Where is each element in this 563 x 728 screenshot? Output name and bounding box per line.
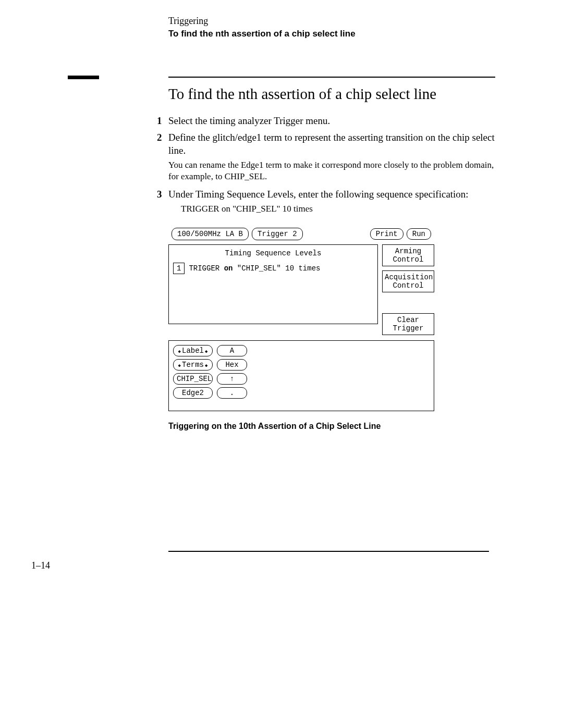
level-text: TRIGGER on "CHIP_SEL" 10 times <box>189 264 320 273</box>
label-selector[interactable]: Label <box>173 345 213 356</box>
terms-panel: Label A Terms Hex CHIP_SEL ↑ Edge2 . <box>168 340 434 411</box>
edge2-label[interactable]: Edge2 <box>173 387 213 399</box>
side-button-stack: Arming Control Acquisition Control Clear… <box>382 244 434 336</box>
label-row[interactable]: Label A <box>173 345 430 356</box>
menu-selector[interactable]: Trigger 2 <box>252 228 303 240</box>
steps-list: 1 Select the timing analyzer Trigger men… <box>168 114 495 215</box>
chip-sel-value[interactable]: ↑ <box>217 373 247 385</box>
sequence-levels-panel: Timing Sequence Levels 1 TRIGGER on "CHI… <box>168 244 378 324</box>
header-subtitle: To find the nth assertion of a chip sele… <box>168 29 495 39</box>
terms-value[interactable]: Hex <box>217 359 247 371</box>
analyzer-figure: 100/500MHz LA B Trigger 2 Print Run Timi… <box>168 228 434 412</box>
label-value[interactable]: A <box>217 345 247 356</box>
section-title: To find the nth assertion of a chip sele… <box>168 85 495 103</box>
sequence-level-row[interactable]: 1 TRIGGER on "CHIP_SEL" 10 times <box>173 263 373 274</box>
edge2-value[interactable]: . <box>217 387 247 399</box>
acquisition-control-button[interactable]: Acquisition Control <box>382 270 434 292</box>
run-button[interactable]: Run <box>407 228 431 240</box>
sequence-panel-title: Timing Sequence Levels <box>173 249 373 257</box>
level-number[interactable]: 1 <box>173 263 185 274</box>
arming-control-button[interactable]: Arming Control <box>382 244 434 266</box>
figure-caption: Triggering on the 10th Assertion of a Ch… <box>168 422 495 431</box>
section-rule <box>68 76 495 79</box>
step-3: 3 Under Timing Sequence Levels, enter th… <box>168 188 495 215</box>
step-body: Define the glitch/edge1 term to represen… <box>168 131 495 157</box>
step-number: 2 <box>157 131 162 144</box>
chip-sel-label[interactable]: CHIP_SEL <box>173 373 213 385</box>
header-breadcrumb: Triggering <box>168 16 495 27</box>
step-spec: TRIGGER on "CHIP_SEL" 10 times <box>181 203 495 215</box>
step-2: 2 Define the glitch/edge1 term to repres… <box>168 131 495 182</box>
step-body: Select the timing analyzer Trigger menu. <box>168 114 495 128</box>
step-body: Under Timing Sequence Levels, enter the … <box>168 188 495 201</box>
page-number: 1–14 <box>31 560 495 571</box>
step-note: You can rename the Edge1 term to make it… <box>168 159 495 182</box>
figure-toolbar: 100/500MHz LA B Trigger 2 Print Run <box>168 228 434 240</box>
chip-sel-row[interactable]: CHIP_SEL ↑ <box>173 373 430 385</box>
edge2-row[interactable]: Edge2 . <box>173 387 430 399</box>
footer-rule <box>168 551 489 552</box>
terms-row[interactable]: Terms Hex <box>173 359 430 371</box>
step-number: 3 <box>157 188 162 201</box>
print-button[interactable]: Print <box>370 228 403 240</box>
mode-selector[interactable]: 100/500MHz LA B <box>172 228 249 240</box>
step-1: 1 Select the timing analyzer Trigger men… <box>168 114 495 128</box>
clear-trigger-button[interactable]: Clear Trigger <box>382 313 434 335</box>
terms-selector[interactable]: Terms <box>173 359 213 371</box>
step-number: 1 <box>157 114 162 128</box>
